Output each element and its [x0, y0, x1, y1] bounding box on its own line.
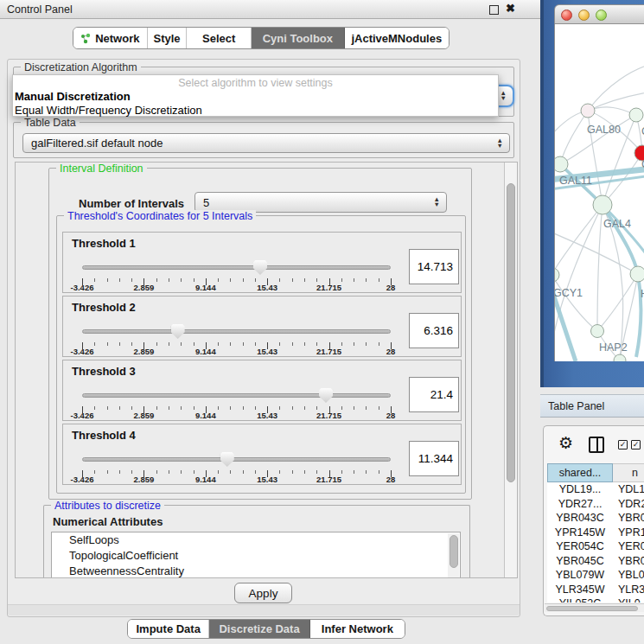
- network-node-gal4[interactable]: [593, 195, 612, 214]
- tab-infer-network-label: Infer Network: [322, 622, 393, 635]
- list-scrollbar[interactable]: [448, 533, 459, 578]
- tab-style[interactable]: Style: [148, 28, 188, 48]
- tab-select[interactable]: Select: [187, 28, 252, 48]
- table-cell[interactable]: YDL19...: [547, 482, 613, 497]
- table-row[interactable]: YDL19... YDL1: [547, 482, 644, 497]
- algorithm-popup-hint: Select algorithm to view settings: [13, 77, 498, 89]
- table-cell[interactable]: YLR3: [613, 583, 644, 597]
- table-row[interactable]: YIL052C YIL0: [547, 596, 644, 603]
- slider-track[interactable]: [82, 265, 391, 270]
- network-node-hap2[interactable]: [591, 325, 604, 338]
- threshold-1-slider[interactable]: [82, 260, 391, 276]
- threshold-2-value-field[interactable]: 6.316: [409, 313, 459, 348]
- tick-label: 9.144: [195, 411, 216, 420]
- zoom-traffic-light-icon[interactable]: [596, 10, 607, 21]
- settings-scrollbar[interactable]: [504, 163, 517, 577]
- table-cell[interactable]: YBR0: [613, 511, 644, 526]
- settings-scrollbar-thumb[interactable]: [507, 183, 515, 482]
- threshold-3-slider-handle[interactable]: [319, 388, 333, 403]
- table-cell[interactable]: YDL1: [613, 482, 644, 497]
- gear-icon[interactable]: ⚙: [558, 433, 573, 453]
- list-item[interactable]: SelfLoops: [52, 532, 460, 548]
- table-cell[interactable]: YBR045C: [547, 554, 613, 569]
- column-header-shared-name[interactable]: shared...: [547, 463, 613, 482]
- tab-style-label: Style: [153, 32, 180, 45]
- table-cell[interactable]: YLR345W: [547, 583, 613, 597]
- float-window-icon[interactable]: [489, 5, 499, 15]
- table-cell[interactable]: YBR043C: [547, 511, 613, 526]
- tick-label: 9.144: [195, 475, 216, 484]
- table-cell[interactable]: YBL079W: [547, 568, 613, 583]
- table-cell[interactable]: YIL052C: [547, 596, 613, 603]
- network-node-gal80[interactable]: [581, 104, 595, 118]
- table-cell[interactable]: YIL0: [613, 596, 641, 603]
- threshold-3-label: Threshold 3: [72, 365, 136, 378]
- network-node-top-right[interactable]: [629, 108, 643, 122]
- table-row[interactable]: YDR27... YDR2: [547, 497, 644, 512]
- table-cell[interactable]: YDR27...: [547, 497, 613, 512]
- minimize-traffic-light-icon[interactable]: [578, 10, 590, 21]
- threshold-2-slider-handle[interactable]: [171, 324, 185, 339]
- settings-scroll-area: Interval Definition Number of Intervals …: [15, 162, 518, 578]
- tab-discretize-data[interactable]: Discretize Data: [209, 620, 309, 638]
- threshold-4-slider-handle[interactable]: [220, 452, 234, 467]
- network-node-right[interactable]: [630, 266, 644, 282]
- network-node-gcy1[interactable]: [555, 268, 559, 282]
- thresholds-group-title: Threshold's Coordinates for 5 Intervals: [64, 210, 256, 222]
- threshold-1-slider-handle[interactable]: [253, 260, 267, 275]
- table-row[interactable]: YPR145W YPR1: [547, 526, 644, 540]
- algorithm-option-manual[interactable]: Manual Discretization: [15, 90, 131, 103]
- table-horizontal-scrollbar[interactable]: [545, 603, 644, 612]
- table-cell[interactable]: YBR0: [613, 554, 644, 569]
- threshold-3-value-field[interactable]: 21.4: [409, 377, 459, 412]
- list-item[interactable]: BetweennessCentrality: [52, 564, 460, 578]
- table-horizontal-scrollbar-thumb[interactable]: [546, 606, 638, 612]
- table-row[interactable]: YLR345W YLR3: [547, 583, 644, 597]
- show-columns-icon[interactable]: [589, 437, 604, 453]
- threshold-4-slider[interactable]: [82, 452, 391, 468]
- table-row[interactable]: YBL079W YBL0: [547, 568, 644, 583]
- table-cell[interactable]: YPR1: [613, 526, 644, 540]
- threshold-1-value-field[interactable]: 14.713: [409, 249, 459, 284]
- table-row[interactable]: YBR045C YBR0: [547, 554, 644, 569]
- tick-label: -3.426: [71, 283, 94, 292]
- threshold-2-slider[interactable]: [82, 324, 391, 340]
- table-row[interactable]: YER054C YER0: [547, 539, 644, 554]
- close-traffic-light-icon[interactable]: [561, 10, 572, 21]
- tab-impute-data[interactable]: Impute Data: [128, 620, 209, 638]
- control-panel-titlebar: Control Panel ✖: [0, 0, 540, 19]
- table-cell[interactable]: YBL0: [613, 568, 644, 583]
- tab-jactivemnodules[interactable]: jActiveMNodules: [345, 28, 449, 48]
- tab-infer-network[interactable]: Infer Network: [310, 620, 405, 638]
- threshold-3-slider[interactable]: [82, 388, 391, 404]
- table-cell[interactable]: YER0: [613, 539, 644, 554]
- network-node-gal11[interactable]: [555, 156, 568, 172]
- list-item[interactable]: TopologicalCoefficient: [52, 548, 460, 564]
- checkbox-icon[interactable]: ✓: [631, 440, 641, 450]
- numerical-attributes-list[interactable]: SelfLoops TopologicalCoefficient Between…: [51, 532, 461, 578]
- table-cell[interactable]: YPR145W: [547, 526, 613, 540]
- tab-network[interactable]: Network: [73, 28, 148, 48]
- table-data-combobox[interactable]: galFiltered.sif default node ▲▼: [22, 133, 510, 153]
- checkbox-icon[interactable]: ✓: [618, 440, 628, 450]
- node-label-gal11: GAL11: [559, 175, 592, 187]
- tab-cyni-toolbox[interactable]: Cyni Toolbox: [252, 28, 345, 48]
- network-window-titlebar[interactable]: [554, 4, 644, 24]
- slider-track[interactable]: [82, 329, 391, 334]
- table-body: YDL19... YDL1 YDR27... YDR2 YBR043C YBR0…: [547, 482, 644, 603]
- slider-track[interactable]: [82, 457, 391, 462]
- threshold-4-value-field[interactable]: 11.344: [409, 441, 459, 476]
- apply-button[interactable]: Apply: [234, 583, 292, 603]
- node-label-gal4: GAL4: [603, 218, 631, 230]
- algorithm-option-equal-width[interactable]: Equal Width/Frequency Discretization: [15, 104, 202, 117]
- slider-track[interactable]: [82, 393, 391, 398]
- table-cell[interactable]: YER054C: [547, 539, 613, 554]
- slider-tick-labels: -3.426 2.859 9.144 15.43 21.715 28: [82, 475, 391, 484]
- table-cell[interactable]: YDR2: [613, 497, 644, 512]
- list-scrollbar-thumb[interactable]: [450, 535, 458, 568]
- tick-label: 2.859: [134, 411, 155, 420]
- close-icon[interactable]: ✖: [506, 2, 515, 15]
- column-header-name[interactable]: n: [613, 463, 644, 482]
- network-canvas[interactable]: GAL80 GA GAL11 C GAL4 GCY1 H HAP2: [554, 24, 644, 361]
- table-row[interactable]: YBR043C YBR0: [547, 511, 644, 526]
